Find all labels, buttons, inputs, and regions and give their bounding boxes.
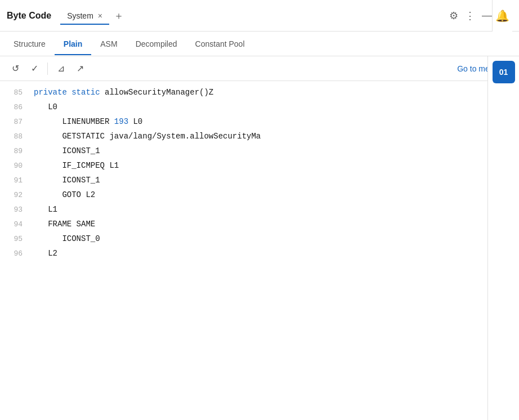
toolbar-divider <box>47 62 48 75</box>
main-content: 85private static allowSecurityManager()Z… <box>0 81 519 420</box>
side-panel-badge[interactable]: 01 <box>493 61 515 83</box>
line-code: GETSTATIC java/lang/System.allowSecurity… <box>34 130 261 142</box>
line-code: ICONST_0 <box>34 233 100 245</box>
line-number: 95 <box>0 234 34 245</box>
tab-label: System <box>67 11 93 20</box>
table-row: 93 L1 <box>0 203 519 217</box>
line-number: 88 <box>0 131 34 143</box>
tab-close-icon[interactable]: × <box>98 12 102 20</box>
line-number: 93 <box>0 204 34 216</box>
tab-system[interactable]: System × <box>60 8 109 25</box>
table-row: 85private static allowSecurityManager()Z <box>0 86 519 100</box>
line-number: 92 <box>0 190 34 202</box>
line-code: ICONST_1 <box>34 145 100 157</box>
line-code: private static allowSecurityManager()Z <box>34 86 213 99</box>
table-row: 95 ICONST_0 <box>0 232 519 247</box>
side-panel: 01 <box>487 56 519 420</box>
filter-button[interactable]: ⊿ <box>52 60 69 77</box>
table-row: 92 GOTO L2 <box>0 188 519 203</box>
toolbar: ↺ ✓ ⊿ ↗ Go to method ∨ <box>0 56 519 81</box>
notification-button[interactable]: 🔔 <box>492 0 512 32</box>
title-bar: Byte Code System × ＋ ⚙ ⋮ — 🔔 <box>0 0 519 32</box>
bell-icon: 🔔 <box>495 9 509 23</box>
view-tabs: Structure Plain ASM Decompiled Constant … <box>0 32 519 56</box>
tab-structure[interactable]: Structure <box>5 34 55 55</box>
minimize-icon[interactable]: — <box>482 10 492 21</box>
table-row: 88 GETSTATIC java/lang/System.allowSecur… <box>0 129 519 144</box>
tab-plain[interactable]: Plain <box>55 34 91 55</box>
line-code: GOTO L2 <box>34 189 95 201</box>
line-code: ICONST_1 <box>34 174 100 186</box>
table-row: 86 L0 <box>0 100 519 115</box>
tab-constant-pool[interactable]: Constant Pool <box>186 34 254 55</box>
line-code: L2 <box>34 247 57 260</box>
line-number: 85 <box>0 87 34 99</box>
tab-container: System × ＋ <box>60 7 449 24</box>
line-code: L0 <box>34 101 57 113</box>
table-row: 94 FRAME SAME <box>0 217 519 232</box>
tools-icon[interactable]: ⚙ <box>449 10 458 22</box>
tab-add-icon[interactable]: ＋ <box>114 9 124 23</box>
line-code: IF_ICMPEQ L1 <box>34 159 119 172</box>
line-number: 87 <box>0 117 34 128</box>
line-number: 91 <box>0 175 34 187</box>
code-area[interactable]: 85private static allowSecurityManager()Z… <box>0 81 519 420</box>
check-button[interactable]: ✓ <box>26 60 43 77</box>
more-options-icon[interactable]: ⋮ <box>465 10 475 22</box>
table-row: 96 L2 <box>0 247 519 261</box>
line-number: 86 <box>0 102 34 114</box>
line-number: 96 <box>0 248 34 260</box>
toolbar-left: ↺ ✓ ⊿ ↗ <box>7 60 457 77</box>
tab-decompiled[interactable]: Decompiled <box>127 34 186 55</box>
line-code: FRAME SAME <box>34 218 95 230</box>
table-row: 91 ICONST_1 <box>0 173 519 188</box>
line-code: LINENUMBER 193 L0 <box>34 115 142 128</box>
table-row: 87 LINENUMBER 193 L0 <box>0 115 519 129</box>
filter-icon: ⊿ <box>57 63 65 74</box>
check-icon: ✓ <box>31 63 38 74</box>
table-row: 89 ICONST_1 <box>0 144 519 159</box>
line-number: 94 <box>0 219 34 231</box>
line-code: L1 <box>34 203 57 216</box>
refresh-button[interactable]: ↺ <box>7 60 24 77</box>
table-row: 90 IF_ICMPEQ L1 <box>0 159 519 173</box>
refresh-icon: ↺ <box>12 63 19 74</box>
tab-asm[interactable]: ASM <box>91 34 126 55</box>
line-number: 89 <box>0 146 34 158</box>
export-icon: ↗ <box>77 63 84 74</box>
line-number: 90 <box>0 160 34 172</box>
app-title: Byte Code <box>7 11 51 21</box>
title-bar-actions: ⚙ ⋮ — <box>449 10 492 22</box>
export-button[interactable]: ↗ <box>71 60 88 77</box>
